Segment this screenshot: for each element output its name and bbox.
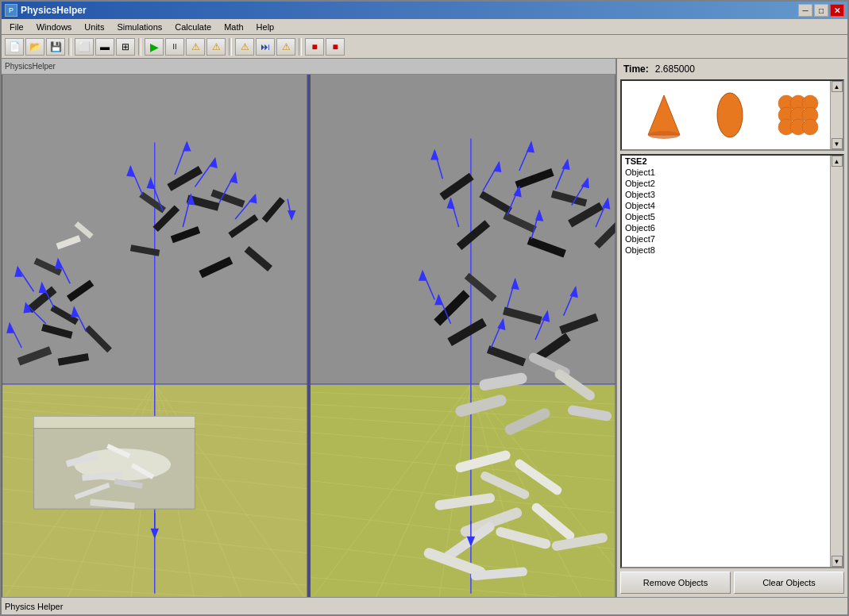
shape-preview: ▲ ▼ — [620, 79, 844, 151]
toolbar: 📄 📂 💾 ⬜ ▬ ⊞ ▶ ⏸ ⚠ ⚠ ⚠ ⏭ ⚠ ■ ■ — [2, 35, 847, 59]
list-item[interactable]: Object2 — [622, 178, 830, 189]
list-item[interactable]: Object5 — [622, 211, 830, 222]
new-button[interactable]: 📄 — [5, 38, 24, 56]
title-controls: ─ □ ✕ — [798, 4, 844, 17]
viewport-header: PhysicsHelper — [2, 59, 616, 75]
list-scroll-track — [832, 167, 843, 556]
svg-marker-171 — [648, 95, 680, 135]
shape-preview-scrollbar: ▲ ▼ — [830, 81, 843, 149]
play-button[interactable]: ▶ — [145, 38, 164, 56]
stop2-button[interactable]: ■ — [326, 38, 345, 56]
pause-button[interactable]: ⏸ — [165, 38, 184, 56]
list-item[interactable]: Object1 — [622, 167, 830, 178]
svg-point-172 — [648, 131, 680, 139]
list-scrollbar: ▲ ▼ — [830, 156, 843, 567]
stop1-button[interactable]: ■ — [305, 38, 324, 56]
scene-svg-right — [310, 75, 616, 597]
warn3-button[interactable]: ⚠ — [235, 38, 254, 56]
menu-calculate[interactable]: Calculate — [168, 21, 218, 33]
shape-scroll-up[interactable]: ▲ — [832, 81, 843, 92]
split-q-button[interactable]: ⊞ — [116, 38, 135, 56]
list-item[interactable]: TSE2 — [622, 156, 830, 167]
remove-objects-button[interactable]: Remove Objects — [620, 572, 731, 594]
minimize-button[interactable]: ─ — [798, 4, 812, 17]
menu-help[interactable]: Help — [250, 21, 281, 33]
list-scroll-down[interactable]: ▼ — [832, 556, 843, 567]
title-bar: P PhysicsHelper ─ □ ✕ — [2, 2, 847, 19]
maximize-button[interactable]: □ — [814, 4, 828, 17]
toolbar-separator-4 — [299, 38, 302, 56]
status-text: Physics Helper — [5, 602, 63, 611]
shape-cone[interactable] — [644, 91, 684, 139]
warn4-button[interactable]: ⚠ — [276, 38, 295, 56]
main-content: PhysicsHelper — [2, 59, 847, 597]
menu-windows[interactable]: Windows — [30, 21, 79, 33]
clear-objects-button[interactable]: Clear Objects — [734, 572, 844, 594]
list-item[interactable]: Object7 — [622, 233, 830, 244]
shape-scroll-track — [832, 92, 843, 138]
list-scroll-up[interactable]: ▲ — [832, 156, 843, 167]
shape-scroll-down[interactable]: ▼ — [832, 138, 843, 149]
save-button[interactable]: 💾 — [46, 38, 65, 56]
list-item[interactable]: Object3 — [622, 189, 830, 200]
open-button[interactable]: 📂 — [25, 38, 44, 56]
menu-math[interactable]: Math — [218, 21, 249, 33]
viewport-right[interactable] — [310, 75, 616, 597]
list-item[interactable]: Object4 — [622, 200, 830, 211]
menu-bar: File Windows Units Simulations Calculate… — [2, 19, 847, 35]
list-item[interactable]: Object6 — [622, 222, 830, 233]
svg-point-174 — [717, 93, 743, 137]
split-h-button[interactable]: ▬ — [95, 38, 114, 56]
app-icon: P — [5, 4, 17, 17]
close-button[interactable]: ✕ — [830, 4, 844, 17]
warn1-button[interactable]: ⚠ — [186, 38, 205, 56]
list-item[interactable]: Object8 — [622, 244, 830, 256]
svg-point-183 — [802, 119, 818, 135]
toolbar-separator-1 — [68, 38, 71, 56]
menu-units[interactable]: Units — [78, 21, 110, 33]
button-row: Remove Objects Clear Objects — [620, 572, 844, 594]
side-panel: Time: 2.685000 — [617, 59, 847, 597]
viewport-area: PhysicsHelper — [2, 59, 617, 597]
window-title: PhysicsHelper — [21, 5, 87, 16]
toolbar-separator-2 — [138, 38, 141, 56]
toolbar-separator-3 — [229, 38, 232, 56]
shape-ellipse[interactable] — [716, 91, 744, 139]
warn2-button[interactable]: ⚠ — [206, 38, 226, 56]
menu-file[interactable]: File — [3, 21, 30, 33]
viewports — [2, 75, 616, 597]
time-value: 2.685000 — [655, 64, 695, 75]
time-label: Time: — [623, 64, 649, 75]
shape-cluster[interactable] — [777, 94, 820, 137]
object-list-container: TSE2 Object1 Object2 Object3 Object4 Obj… — [620, 154, 844, 568]
menu-simulations[interactable]: Simulations — [110, 21, 168, 33]
split-v-button[interactable]: ⬜ — [75, 38, 94, 56]
object-list[interactable]: TSE2 Object1 Object2 Object3 Object4 Obj… — [622, 156, 830, 567]
svg-rect-20 — [34, 416, 195, 428]
status-bar: Physics Helper — [2, 597, 847, 614]
scene-svg-left — [2, 75, 308, 597]
viewport-left[interactable] — [2, 75, 310, 597]
app-window: P PhysicsHelper ─ □ ✕ File Windows Units… — [0, 0, 849, 616]
jump-button[interactable]: ⏭ — [256, 38, 275, 56]
viewport-header-label: PhysicsHelper — [5, 62, 56, 71]
time-display: Time: 2.685000 — [620, 62, 844, 76]
